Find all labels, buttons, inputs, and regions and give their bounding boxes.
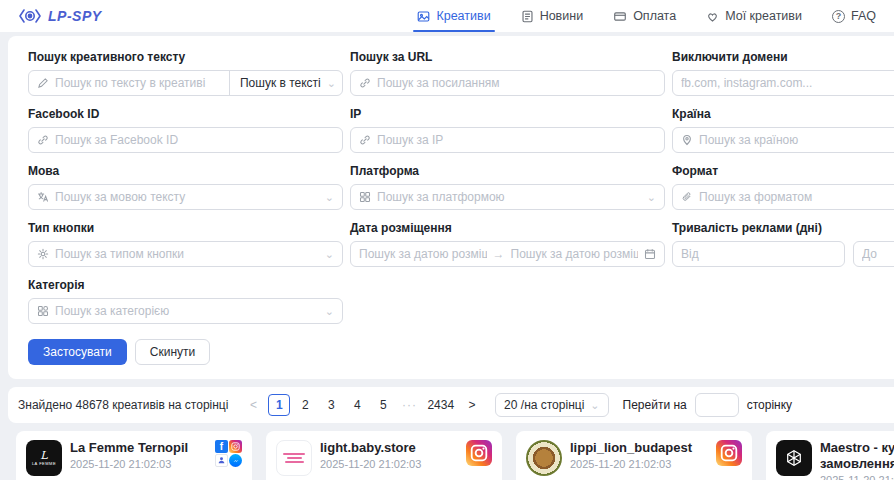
image-icon <box>417 10 430 23</box>
button-type-placeholder: Пошук за типом кнопки <box>55 247 319 261</box>
platform-grid-icon <box>359 191 371 203</box>
category-select[interactable]: Пошук за категорією ⌄ <box>28 298 343 324</box>
page-button-2[interactable]: 2 <box>294 394 316 416</box>
calendar-icon <box>644 248 656 260</box>
logo[interactable]: LP-SPY <box>18 8 102 24</box>
link-icon <box>359 134 371 146</box>
page-button-1[interactable]: 1 <box>268 394 290 416</box>
field-format: Формат <box>672 164 894 210</box>
category-placeholder: Пошук за категорією <box>55 304 319 318</box>
credit-card-icon <box>613 10 627 23</box>
field-button-type: Тип кнопки Пошук за типом кнопки ⌄ <box>28 221 343 267</box>
avatar <box>776 440 812 476</box>
chevron-down-icon: ⌄ <box>325 192 334 203</box>
field-label: Мова <box>28 164 343 178</box>
field-label: IP <box>350 107 665 121</box>
search-mode-value: Пошук в тексті <box>240 76 321 90</box>
field-label: Пошук креативного тексту <box>28 50 343 64</box>
lion-avatar <box>526 440 562 476</box>
platform-select[interactable]: Пошук за платформою ⌄ <box>350 184 665 210</box>
page-size-select[interactable]: 20 /на сторінці ⌄ <box>495 393 608 417</box>
instagram-icon <box>229 440 242 453</box>
field-creative-text: Пошук креативного тексту Пошук в тексті … <box>28 50 343 96</box>
chevron-down-icon: ⌄ <box>590 400 599 411</box>
language-select[interactable]: Пошук за мовою тексту ⌄ <box>28 184 343 210</box>
question-circle-icon: ? <box>832 10 845 23</box>
nav-tab-my-creatives[interactable]: Мої креативи <box>706 0 802 32</box>
avatar <box>276 440 312 476</box>
duration-from-input[interactable] <box>681 247 836 261</box>
date-range-picker[interactable]: Пошук за датою розміщення → Пошук за дат… <box>350 241 665 267</box>
creative-card[interactable]: light.baby.store 2025-11-20 21:02:03 3 d… <box>266 431 502 480</box>
field-label: Виключити домени <box>672 50 894 64</box>
pagination-bar: Знайдено 48678 креативів на сторінці < 1… <box>8 387 894 423</box>
chevron-down-icon: ⌄ <box>325 306 334 317</box>
creative-card[interactable]: lippi_lion_budapest 2025-11-20 21:02:03 … <box>516 431 752 480</box>
publish-date: 2025-11-20 21:02:03 <box>70 458 207 470</box>
page-button-3[interactable]: 3 <box>320 394 342 416</box>
instagram-icon <box>716 440 742 466</box>
instagram-icon <box>466 440 492 466</box>
page-size-value: 20 /на сторінці <box>504 398 584 412</box>
duration-to-input[interactable] <box>862 247 894 261</box>
nav-tab-faq[interactable]: ? FAQ <box>832 0 876 32</box>
creative-card[interactable]: L LA FEMME La Femme Ternopil 2025-11-20 … <box>16 431 252 480</box>
reset-button[interactable]: Скинути <box>135 339 210 365</box>
field-placement-date: Дата розміщення Пошук за датою розміщенн… <box>350 221 665 267</box>
country-input[interactable] <box>699 133 894 147</box>
platform-placeholder: Пошук за платформою <box>377 190 641 204</box>
main-nav: Креативи Новини Оплата Мої креативи ? FA… <box>417 0 876 32</box>
page-button-4[interactable]: 4 <box>346 394 368 416</box>
field-ip: IP <box>350 107 665 153</box>
publish-date: 2025-11-20 21:02:03 <box>820 474 894 480</box>
nav-label: Новини <box>540 9 584 23</box>
page-name: light.baby.store <box>320 440 458 456</box>
nav-tab-news[interactable]: Новини <box>521 0 584 32</box>
chevron-down-icon: ⌄ <box>647 192 656 203</box>
field-label: Платформа <box>350 164 665 178</box>
goto-prefix: Перейти на <box>623 398 687 412</box>
field-category: Категорія Пошук за категорією ⌄ <box>28 278 343 324</box>
creative-text-group: Пошук в тексті ⌄ <box>28 70 343 96</box>
arrow-right-icon: → <box>493 247 505 261</box>
creatives-grid: L LA FEMME La Femme Ternopil 2025-11-20 … <box>16 431 894 480</box>
exclude-domains-input[interactable] <box>681 76 894 90</box>
nav-tab-payment[interactable]: Оплата <box>613 0 676 32</box>
prev-page-button[interactable]: < <box>242 394 264 416</box>
nav-label: FAQ <box>851 9 876 23</box>
publish-date: 2025-11-20 21:02:03 <box>570 458 708 470</box>
url-input[interactable] <box>377 76 656 90</box>
link-icon <box>37 134 49 146</box>
creative-text-input[interactable] <box>55 76 223 90</box>
nav-label: Оплата <box>633 9 676 23</box>
messenger-icon <box>229 454 242 467</box>
avatar: L LA FEMME <box>26 440 62 476</box>
field-label: Країна <box>672 107 894 121</box>
geometric-logo-icon <box>785 449 803 467</box>
next-page-button[interactable]: > <box>461 394 483 416</box>
field-label: Facebook ID <box>28 107 343 121</box>
nav-tab-creatives[interactable]: Креативи <box>417 0 490 32</box>
field-label: Формат <box>672 164 894 178</box>
search-mode-select[interactable]: Пошук в тексті ⌄ <box>229 71 336 95</box>
field-label: Дата розміщення <box>350 221 665 235</box>
eye-logo-icon <box>18 8 42 24</box>
page-button-5[interactable]: 5 <box>372 394 394 416</box>
field-facebook-id: Facebook ID <box>28 107 343 153</box>
logo-text: LP-SPY <box>48 8 102 24</box>
facebook-id-input[interactable] <box>55 133 334 147</box>
field-label: Категорія <box>28 278 343 292</box>
page-ellipsis[interactable]: ··· <box>398 394 420 416</box>
results-summary: Знайдено 48678 креативів на сторінці <box>18 398 228 412</box>
news-icon <box>521 10 534 23</box>
page-button-last[interactable]: 2434 <box>424 394 457 416</box>
date-end-placeholder: Пошук за датою розміщення <box>511 247 639 261</box>
apply-button[interactable]: Застосувати <box>28 339 127 365</box>
format-input[interactable] <box>699 190 894 204</box>
field-country: Країна <box>672 107 894 153</box>
goto-page-input[interactable] <box>695 393 739 417</box>
button-type-select[interactable]: Пошук за типом кнопки ⌄ <box>28 241 343 267</box>
ip-input[interactable] <box>377 133 656 147</box>
creative-card[interactable]: Maestro - кухні, ме замовлення в Ужго 20… <box>766 431 894 480</box>
goto-suffix: сторінку <box>747 398 792 412</box>
